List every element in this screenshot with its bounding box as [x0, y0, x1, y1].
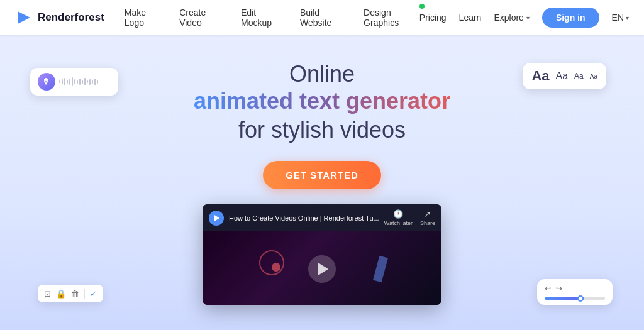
svg-marker-0	[18, 11, 30, 24]
video-body	[203, 231, 441, 305]
nav-links: Make Logo Create Video Edit Mockup Build…	[125, 8, 419, 28]
lang-chevron-icon: ▾	[626, 14, 629, 21]
center-play-triangle-icon	[318, 263, 328, 275]
explore-chevron-icon: ▾	[526, 14, 530, 21]
font-large-label: Aa	[531, 68, 549, 84]
slider-track[interactable]	[545, 297, 605, 300]
font-size-widget: Aa Aa Aa Aa	[523, 63, 606, 89]
slider-widget: ↩ ↪	[537, 279, 613, 305]
font-medium-label: Aa	[556, 70, 569, 82]
font-xsmall-label: Aa	[590, 73, 597, 80]
audio-widget: 🎙	[30, 68, 118, 96]
audio-waveform	[59, 77, 98, 87]
nav-link-edit-mockup[interactable]: Edit Mockup	[241, 8, 282, 28]
nav-right: Pricing Learn Explore ▾ Sign in EN ▾	[419, 8, 629, 28]
logo-icon	[15, 9, 33, 26]
slider-arrows: ↩ ↪	[545, 284, 605, 293]
hero-title-line3: for stylish videos	[238, 117, 406, 143]
mic-icon: 🎙	[38, 73, 55, 91]
share-action[interactable]: ↗ Share	[420, 209, 435, 226]
undo-icon[interactable]: ↩	[545, 284, 551, 293]
nav-link-build-website[interactable]: Build Website	[300, 8, 346, 28]
nav-link-make-logo[interactable]: Make Logo	[125, 8, 162, 28]
decorative-rect	[373, 256, 388, 282]
get-started-button[interactable]: GET STARTED	[263, 161, 381, 189]
learn-link[interactable]: Learn	[459, 13, 482, 23]
play-triangle-icon	[214, 215, 219, 221]
hero-title-line1: Online	[289, 60, 355, 87]
logo-text: Renderforest	[38, 11, 104, 24]
new-badge	[419, 4, 425, 9]
nav-link-create-video[interactable]: Create Video	[179, 8, 223, 28]
logo[interactable]: Renderforest	[15, 9, 104, 26]
video-play-button[interactable]	[209, 211, 224, 226]
watch-later-action[interactable]: 🕐 Watch later	[384, 209, 413, 226]
video-header: How to Create Videos Online | Renderfore…	[203, 204, 441, 231]
hero-section: Online animated text generator for styli…	[0, 35, 644, 330]
navbar: Renderforest Make Logo Create Video Edit…	[0, 0, 644, 35]
signin-button[interactable]: Sign in	[542, 8, 599, 28]
nav-link-design-graphics[interactable]: Design Graphics	[364, 8, 419, 28]
hero-title-line2: animated text generator	[194, 87, 450, 114]
video-thumbnail[interactable]: How to Create Videos Online | Renderfore…	[203, 204, 441, 305]
lang-selector[interactable]: EN ▾	[612, 13, 629, 23]
redo-icon[interactable]: ↪	[556, 284, 562, 293]
font-small-label: Aa	[574, 72, 584, 80]
decorative-circle-1	[259, 250, 284, 275]
share-icon: ↗	[424, 209, 431, 219]
clock-icon: 🕐	[393, 209, 403, 219]
explore-dropdown[interactable]: Explore ▾	[494, 13, 529, 23]
video-actions: 🕐 Watch later ↗ Share	[384, 209, 435, 226]
pricing-link[interactable]: Pricing	[419, 13, 447, 23]
video-title: How to Create Videos Online | Renderfore…	[229, 214, 379, 222]
video-center-play-button[interactable]	[308, 255, 336, 283]
slider-thumb[interactable]	[577, 295, 584, 302]
